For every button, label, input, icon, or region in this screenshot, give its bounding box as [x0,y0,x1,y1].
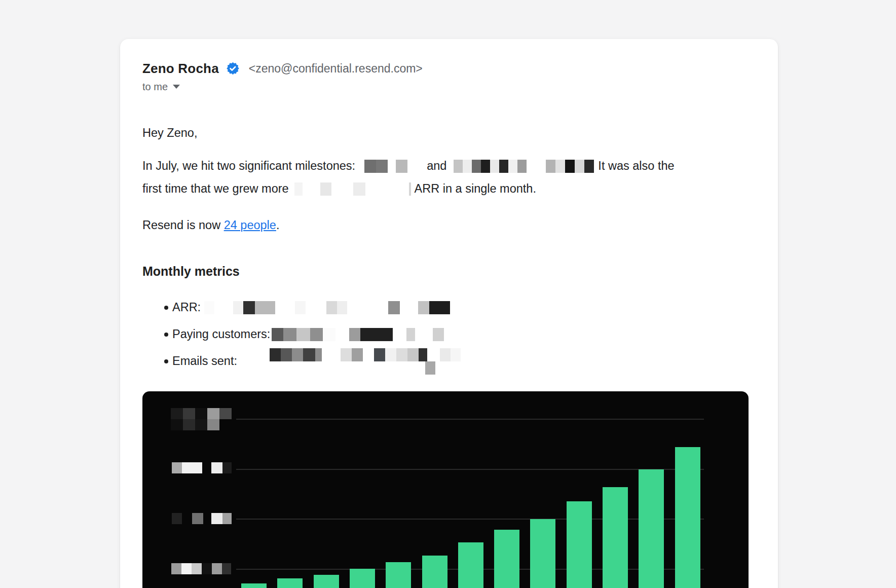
redaction-tile [203,513,211,524]
team-size-link[interactable]: 24 people [224,218,276,232]
metrics-heading: Monthly metrics [142,264,759,279]
redaction-tile [182,513,192,524]
redaction-row [171,419,232,430]
redaction-tile [303,348,315,361]
redaction-tile [409,182,411,196]
redaction-tile [396,348,407,361]
milestones-paragraph: In July, we hit two significant mileston… [142,155,759,200]
redaction-tile [527,160,546,173]
redaction-tile [204,301,214,314]
redaction-tile [306,301,326,314]
redaction-tile [393,328,406,341]
chart-bar [386,562,411,588]
verified-badge-icon [226,62,240,76]
chevron-down-icon [173,85,180,89]
redaction-row [204,301,450,314]
redaction-tile [363,348,374,361]
redaction-tile [222,513,232,524]
redaction-row [294,182,411,196]
redacted-paying-customers-value [272,328,444,341]
redaction-tile [195,408,207,419]
redaction-tile [546,160,555,173]
redaction-tile [255,301,275,314]
redaction-tile [195,419,207,430]
sender-name[interactable]: Zeno Rocha [142,61,219,77]
redacted-arr-value [204,301,450,314]
redaction-tile [270,361,425,375]
redacted-growth-amount [294,182,411,196]
redaction-tile [283,328,296,341]
team-size-paragraph: Resend is now 24 people. [142,214,759,237]
chart-bar [422,556,447,588]
redacted-emails-sent-value [270,348,461,375]
redaction-tile [182,462,202,473]
redaction-row [454,160,594,173]
period-text: . [276,218,280,232]
redaction-tile [364,160,376,173]
chart-y-axis-label-redacted [171,563,231,574]
redaction-tile [517,160,527,173]
chart-bar [314,575,339,588]
redaction-tile [181,563,192,574]
metric-arr: ARR: [142,294,759,321]
redaction-tile [192,563,202,574]
redaction-tile [429,301,450,314]
redaction-tile [490,160,499,173]
redaction-tile [481,160,490,173]
redaction-tile [472,160,481,173]
redaction-row [172,513,232,524]
redaction-tile [419,348,427,361]
redaction-tile [275,301,295,314]
redaction-tile [575,160,584,173]
arr-month-text: ARR in a single month. [415,177,536,200]
redaction-tile [385,348,396,361]
and-text: and [427,155,446,177]
redaction-tile [207,408,219,419]
chart-bar [458,542,483,588]
sender-address[interactable]: <zeno@confidential.resend.com> [249,62,423,76]
email-card: Zeno Rocha <zeno@confidential.resend.com… [120,39,778,588]
growth-text: first time that we grew more [142,177,289,200]
metric-emails-sent: Emails sent: [142,348,759,375]
redaction-row [272,328,444,341]
page-background: Zeno Rocha <zeno@confidential.resend.com… [0,0,896,588]
redaction-tile [183,419,195,430]
redaction-tile [211,513,222,524]
redaction-tile [352,348,363,361]
redaction-tile [326,301,337,314]
redaction-tile [214,301,233,314]
redaction-tile [207,419,219,430]
redaction-tile [440,348,451,361]
chart-gridline [236,469,704,470]
milestones-line-2: first time that we grew more ARR in a si… [142,177,759,200]
redaction-tile [337,301,347,314]
chart-bar [567,501,592,588]
chart-bar [603,487,628,588]
redaction-tile [388,301,400,314]
redaction-tile [388,160,396,173]
redaction-tile [451,348,461,361]
redaction-row [270,361,461,375]
redaction-tile [272,328,283,341]
redaction-tile [349,328,360,341]
redaction-tile [463,160,472,173]
redaction-row [270,348,461,361]
redaction-tile [331,182,353,196]
chart-bar [277,578,303,588]
redaction-tile [565,160,575,173]
redaction-tile [202,462,211,473]
redaction-tile [233,301,243,314]
metrics-list: ARR: Paying customers: Emails sent: [142,294,759,375]
redaction-tile [222,462,232,473]
redaction-tile [171,563,181,574]
redaction-tile [243,301,255,314]
email-body: Hey Zeno, In July, we hit two significan… [142,122,759,588]
redaction-tile [406,328,415,341]
recipient-dropdown[interactable]: to me [142,80,759,93]
redaction-tile [341,348,352,361]
team-size-text: Resend is now [142,218,224,232]
chart-bar [350,569,375,588]
redaction-tile [202,563,212,574]
redaction-tile [211,462,222,473]
chart-y-axis-label-redacted [172,462,232,473]
